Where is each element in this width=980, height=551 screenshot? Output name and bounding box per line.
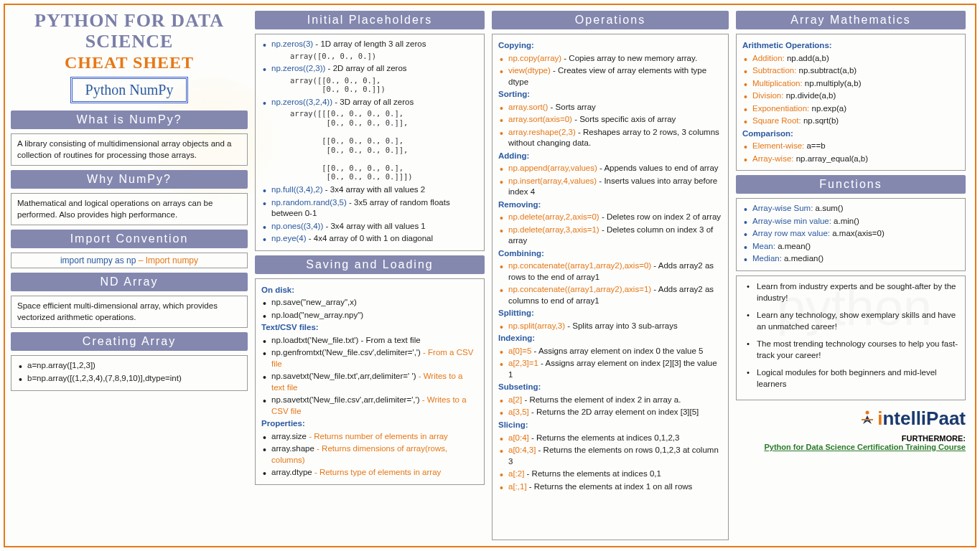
text-item: np.genfromtxt('New_file.csv',delimiter='… — [263, 347, 478, 369]
func-item: Array-wise min value: a.min() — [744, 216, 959, 227]
logo-rest: ntelliPaat — [882, 408, 966, 429]
math-item: Exponentiation: np.exp(a) — [744, 103, 959, 115]
copying-heading: Copying: — [498, 40, 722, 52]
array-math-body: Arithmetic Operations: Addition: np.add(… — [736, 34, 966, 171]
title-block: PYTHON FOR DATA SCIENCE CHEAT SHEET Pyth… — [11, 11, 248, 103]
properties-heading: Properties: — [261, 418, 478, 430]
column-2: Initial Placeholders np.zeros(3) - 1D ar… — [255, 11, 485, 540]
initial-placeholders-header: Initial Placeholders — [255, 11, 485, 29]
nd-array-body: Space efficient multi-dimensional array,… — [11, 296, 248, 328]
logo-area: intelliPaat FURTHERMORE: Python for Data… — [736, 408, 966, 451]
combining-heading: Combining: — [498, 248, 722, 260]
array-math-header: Array Mathematics — [736, 11, 966, 29]
import-convention-header: Import Convention — [11, 230, 248, 248]
splitting-heading: Splitting: — [498, 308, 722, 319]
creating-array-body: a=np.array([1,2,3]) b=np.array([(1,2,3,4… — [11, 355, 248, 390]
arithmetic-heading: Arithmetic Operations: — [742, 40, 959, 52]
subsetting-heading: Subseting: — [498, 382, 722, 393]
comp-item: Element-wise: a==b — [744, 141, 959, 152]
functions-header: Functions — [736, 175, 966, 194]
marketing-item: The most trending technology courses to … — [747, 338, 959, 361]
saving-loading-body: On disk: np.save("new_array",x) np.load(… — [255, 278, 485, 485]
op-item: array.sort(axis=0) - Sorts specific axis… — [500, 114, 722, 126]
text-csv-heading: Text/CSV files: — [261, 322, 478, 334]
disk-item: np.load("new_array.npy") — [263, 310, 478, 321]
adding-heading: Adding: — [498, 151, 722, 162]
math-item: Square Root: np.sqrt(b) — [744, 116, 959, 127]
placeholder-item: np.eye(4) - 4x4 array of 0 with 1 on dia… — [263, 233, 478, 245]
subtitle-box: Python NumPy — [70, 77, 189, 103]
subtitle: Python NumPy — [85, 82, 174, 98]
op-item: a[2] - Returns the element of index 2 in… — [500, 395, 722, 406]
op-item: np.insert(array,4,values) - Inserts valu… — [500, 176, 722, 198]
indexing-heading: Indexing: — [498, 333, 722, 344]
on-disk-heading: On disk: — [261, 285, 478, 296]
column-1: PYTHON FOR DATA SCIENCE CHEAT SHEET Pyth… — [11, 11, 248, 540]
placeholder-item: np.random.rand(3,5) - 3x5 array of rando… — [263, 197, 478, 220]
math-item: Multiplication: np.multiply(a,b) — [744, 78, 959, 90]
op-item: a[2,3]=1 - Assigns array element on inde… — [500, 358, 722, 380]
operations-body: Copying: np.copy(array) - Copies array t… — [492, 34, 729, 540]
prop-item: array.shape - Returns dimensions of arra… — [263, 443, 478, 466]
op-item: a[0:4,3] - Returns the elements on rows … — [500, 445, 722, 467]
placeholder-item: np.zeros(3) - 1D array of length 3 all z… — [263, 39, 478, 50]
saving-loading-header: Saving and Loading — [255, 255, 485, 274]
creating-array-header: Creating Array — [11, 332, 248, 351]
math-item: Addition: np.add(a,b) — [744, 53, 959, 65]
placeholder-item: np.ones((3,4)) - 3x4 array with all valu… — [263, 221, 478, 232]
svg-point-0 — [866, 410, 869, 414]
furthermore-label: FURTHERMORE: — [736, 434, 966, 443]
why-numpy-header: Why NumPy? — [11, 170, 248, 189]
marketing-item: Logical modules for both beginners and m… — [747, 367, 959, 390]
create-item-b: b=np.array([(1,2,3,4),(7,8,9,10)],dtype=… — [19, 373, 241, 385]
column-3: Operations Copying: np.copy(array) - Cop… — [492, 11, 729, 540]
title-line1: PYTHON FOR DATA — [11, 11, 248, 32]
import-convention-body: import numpy as np – Import numpy — [11, 253, 248, 268]
math-item: Subtraction: np.subtract(a,b) — [744, 65, 959, 77]
functions-body: Array-wise Sum: a.sum() Array-wise min v… — [736, 198, 966, 271]
column-4: Array Mathematics Arithmetic Operations:… — [736, 11, 966, 540]
op-item: a[:,1] - Returns the elements at index 1… — [500, 481, 722, 493]
operations-header: Operations — [492, 11, 729, 29]
op-item: np.copy(array) - Copies array to new mem… — [500, 53, 722, 65]
op-item: array.reshape(2,3) - Reshapes array to 2… — [500, 127, 722, 149]
title-line2: SCIENCE — [11, 32, 248, 52]
logo-star-icon — [859, 410, 876, 431]
text-item: np.loadtxt('New_file.txt') - From a text… — [263, 335, 478, 347]
create-item-a: a=np.array([1,2,3]) — [19, 360, 241, 372]
import-desc: – Import numpy — [136, 255, 198, 265]
op-item: np.delete(array,3,axis=1) - Deletes colu… — [500, 225, 722, 247]
math-item: Division: np.divide(a,b) — [744, 90, 959, 102]
course-link[interactable]: Python for Data Science Certification Tr… — [736, 443, 966, 451]
prop-item: array.dtype - Returns type of elements i… — [263, 467, 478, 479]
func-item: Array-wise Sum: a.sum() — [744, 203, 959, 215]
op-item: np.append(array,values) - Appends values… — [500, 163, 722, 174]
cheat-sheet-page: python PYTHON FOR DATA SCIENCE CHEAT SHE… — [4, 4, 976, 547]
comp-item: Array-wise: np.array_equal(a,b) — [744, 154, 959, 165]
text-item: np.savetxt('New_file.txt',arr,delimiter=… — [263, 371, 478, 393]
op-item: a[:2] - Returns the elements at indices … — [500, 468, 722, 480]
initial-placeholders-body: np.zeros(3) - 1D array of length 3 all z… — [255, 34, 485, 251]
sorting-heading: Sorting: — [498, 89, 722, 100]
comparison-heading: Comparison: — [742, 128, 959, 140]
import-code: import numpy as np — [60, 255, 136, 265]
text-item: np.savetxt('New_file.csv',arr,delimiter=… — [263, 395, 478, 417]
op-item: a[0]=5 - Assigns array element on index … — [500, 346, 722, 357]
nd-array-header: ND Array — [11, 273, 248, 291]
what-is-numpy-header: What is NumPy? — [11, 110, 248, 129]
placeholder-output: array([[[0., 0., 0., 0.], [0., 0., 0., 0… — [290, 109, 478, 182]
op-item: np.concatenate((array1,array2),axis=1) -… — [500, 284, 722, 306]
op-item: view(dtype) - Creates view of array elem… — [500, 65, 722, 88]
op-item: np.concatenate((array1,array2),axis=0) -… — [500, 260, 722, 283]
op-item: a[0:4] - Returns the elements at indices… — [500, 433, 722, 444]
op-item: a[3,5] - Returns the 2D array element on… — [500, 407, 722, 418]
func-item: Array row max value: a.max(axis=0) — [744, 228, 959, 240]
marketing-body: Learn from industry experts and be sough… — [736, 276, 966, 401]
op-item: array.sort() - Sorts array — [500, 102, 722, 113]
func-item: Mean: a.mean() — [744, 241, 959, 253]
intellipaat-logo: intelliPaat — [736, 408, 966, 430]
op-item: np.split(array,3) - Splits array into 3 … — [500, 321, 722, 332]
prop-item: array.size - Returns number of elements … — [263, 431, 478, 443]
why-numpy-body: Mathematical and logical operations on a… — [11, 193, 248, 225]
marketing-item: Learn any technology, show exemplary ski… — [747, 309, 959, 332]
